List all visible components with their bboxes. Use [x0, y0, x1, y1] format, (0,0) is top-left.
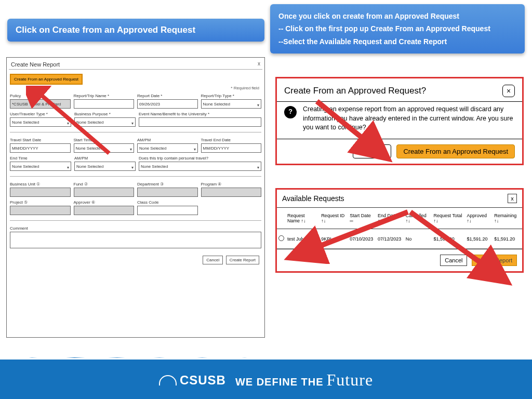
travel-end-value: MM/DD/YYYY	[203, 146, 230, 151]
callout-r-line2: -- Click on the first pop up Create From…	[278, 23, 516, 34]
form-title: Create New Report x	[9, 60, 262, 70]
label-policy: Policy	[10, 94, 71, 98]
th-approved[interactable]: Approved ↑↓	[465, 208, 493, 229]
label-project: Project⑤	[10, 200, 71, 205]
event-name-field[interactable]	[139, 117, 261, 127]
travel-start-value: MM/DD/YYYY	[12, 146, 38, 151]
report-date-value: 09/26/2023	[139, 102, 160, 107]
cancel-button[interactable]: Cancel	[203, 256, 223, 264]
fund-field[interactable]	[74, 188, 135, 197]
th-end[interactable]: End Date ↑↓	[376, 208, 404, 229]
callout-left: Click on Create from an Approved Request	[7, 19, 264, 42]
label-travel-end: Travel End Date	[201, 138, 262, 142]
travel-start-field[interactable]: MM/DD/YYYY	[10, 143, 71, 153]
label-business-unit: Business Unit①	[10, 182, 71, 187]
callout-r-line1: Once you click on create from an Approve…	[278, 10, 516, 22]
cell-name: test July 2023	[286, 229, 320, 249]
close-icon[interactable]: ×	[502, 85, 515, 97]
end-time-value: None Selected	[12, 164, 39, 169]
confirm-dialog: Create From an Approved Request? × ? Cre…	[275, 77, 524, 165]
label-start-time: Start Time	[74, 138, 135, 142]
chevron-down-icon: ▾	[131, 119, 134, 128]
table-row[interactable]: test July 2023 9KPL 07/10/2023 07/12/202…	[277, 229, 522, 249]
label-business-purpose: Business Purpose *	[74, 112, 136, 116]
callout-r-line3: --Select the Available Request and Creat…	[278, 36, 516, 47]
th-start[interactable]: Start Date ═	[348, 208, 376, 229]
th-total[interactable]: Request Total ↑↓	[432, 208, 466, 229]
required-hint: * Required field	[9, 86, 259, 90]
start-time-field[interactable]: None Selected▾	[74, 143, 135, 153]
brand-text: CSUSB	[180, 373, 226, 388]
user-type-field[interactable]: None Selected▾	[10, 117, 71, 127]
travel-end-field[interactable]: MM/DD/YYYY	[201, 143, 262, 153]
label-trip-type: Report/Trip Type *	[201, 94, 262, 98]
tagline-1: WE DEFINE THE	[235, 376, 324, 388]
start-time-value: None Selected	[76, 146, 103, 151]
chevron-down-icon: ▾	[257, 163, 259, 172]
create-report-button[interactable]: Create Report	[226, 256, 259, 264]
project-field[interactable]	[10, 206, 71, 215]
bp-value: None Selected	[76, 120, 103, 125]
ampm2-field[interactable]: None Selected▾	[74, 162, 136, 171]
requests-table: Request Name ↑↓ Request ID ↑↓ Start Date…	[277, 208, 522, 249]
cell-end: 07/12/2023	[376, 229, 404, 249]
program-field[interactable]	[201, 188, 262, 197]
business-purpose-field[interactable]: None Selected▾	[74, 117, 136, 127]
close-icon[interactable]: x	[258, 61, 260, 66]
user-type-value: None Selected	[12, 120, 39, 125]
radio-select[interactable]	[278, 235, 284, 241]
footer: CSUSB WE DEFINE THE Future	[0, 357, 532, 399]
label-approver: Approver⑥	[74, 200, 135, 205]
report-date-field[interactable]: 09/26/2023	[137, 99, 198, 109]
trip-type-value: None Selected	[203, 102, 230, 107]
chevron-down-icon: ▾	[67, 119, 69, 128]
chevron-down-icon: ▾	[257, 101, 259, 110]
go-back-button[interactable]: Go back	[353, 144, 391, 158]
personal-value: None Selected	[141, 164, 168, 169]
avail-create-button[interactable]: Create Report	[472, 255, 517, 266]
policy-value: *CSUSB Travel & ProCard	[12, 102, 61, 107]
avail-title: Available Requests	[282, 194, 344, 203]
label-personal: Does this trip contain personal travel?	[139, 156, 261, 161]
label-department: Department③	[137, 182, 198, 187]
ampm1-value: None Selected	[139, 146, 166, 151]
create-report-form: Create New Report x Create From an Appro…	[6, 57, 265, 338]
label-ampm1: AM/PM	[137, 138, 198, 142]
avail-cancel-button[interactable]: Cancel	[440, 255, 467, 266]
dialog-title: Create From an Approved Request?	[284, 86, 426, 96]
cell-start: 07/10/2023	[348, 229, 376, 249]
personal-field[interactable]: None Selected▾	[139, 162, 261, 171]
tagline-2: Future	[327, 370, 374, 390]
ampm2-value: None Selected	[76, 164, 103, 169]
ampm1-field[interactable]: None Selected▾	[137, 143, 198, 153]
callout-right: Once you click on create from an Approve…	[270, 4, 525, 54]
th-id[interactable]: Request ID ↑↓	[320, 208, 348, 229]
th-remaining[interactable]: Remaining ↑↓	[493, 208, 522, 229]
trip-name-field[interactable]	[74, 99, 135, 109]
class-code-field[interactable]	[137, 206, 198, 215]
cell-total: $1,591.20	[432, 229, 466, 249]
chevron-down-icon: ▾	[194, 145, 196, 154]
th-radio	[277, 208, 286, 229]
create-from-approved-button[interactable]: Create From an Approved Request	[10, 74, 83, 85]
csusb-logo: CSUSB	[159, 373, 226, 388]
label-trip-name: Report/Trip Name *	[74, 94, 135, 98]
policy-field[interactable]: *CSUSB Travel & ProCard	[10, 99, 71, 109]
question-icon: ?	[284, 106, 297, 118]
label-event-name: Event Name/Benefit to the University *	[139, 112, 261, 116]
cell-approved: $1,591.20	[465, 229, 493, 249]
th-cancel[interactable]: Cancelled ↑↓	[404, 208, 432, 229]
department-field[interactable]	[137, 188, 198, 197]
label-program: Program④	[201, 182, 262, 187]
label-user-type: User/Traveler Type *	[10, 112, 71, 116]
th-name[interactable]: Request Name ↑↓	[286, 208, 320, 229]
approver-field[interactable]	[74, 206, 135, 215]
comment-field[interactable]	[10, 232, 261, 248]
label-travel-start: Travel Start Date	[10, 138, 71, 142]
trip-type-field[interactable]: None Selected▾	[201, 99, 262, 109]
close-icon[interactable]: x	[508, 194, 517, 203]
chevron-down-icon: ▾	[130, 145, 132, 154]
business-unit-field[interactable]	[10, 188, 71, 197]
confirm-create-button[interactable]: Create From an Approved Request	[396, 144, 515, 158]
end-time-field[interactable]: None Selected▾	[10, 162, 71, 171]
